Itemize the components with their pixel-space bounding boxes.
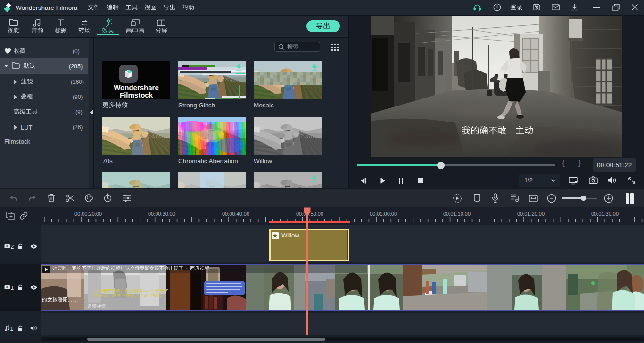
svg-text:1: 1 — [10, 326, 14, 331]
svg-text:2: 2 — [11, 244, 14, 249]
svg-text:1: 1 — [11, 285, 14, 290]
